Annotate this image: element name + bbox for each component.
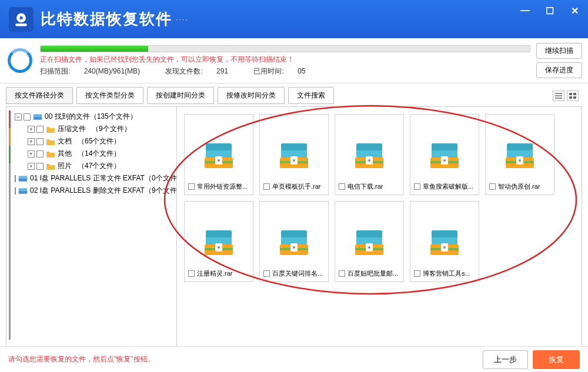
file-checkbox[interactable] <box>414 270 420 277</box>
svg-rect-6 <box>573 96 576 99</box>
app-title: 比特数据恢复软件 <box>41 9 172 29</box>
file-card[interactable]: 智动伪原创.rar <box>485 114 554 195</box>
file-checkbox[interactable] <box>188 183 195 190</box>
tree-checkbox[interactable] <box>15 187 16 195</box>
tree-checkbox[interactable] <box>24 113 31 120</box>
folder-icon <box>46 125 55 134</box>
tree-root[interactable]: − 00 找到的文件（135个文件） <box>15 110 174 123</box>
svg-point-1 <box>19 16 22 19</box>
tree-item-other[interactable]: + 其他 （14个文件） <box>28 148 174 160</box>
tab-search[interactable]: 文件搜索 <box>288 87 334 104</box>
expand-icon[interactable]: + <box>28 126 35 133</box>
svg-point-60 <box>368 246 370 249</box>
scan-message: 正在扫描文件，如果已经找到您丢失的文件，可以立即恢复，不用等待扫描结束！ <box>40 55 530 65</box>
file-checkbox[interactable] <box>489 183 496 190</box>
svg-rect-26 <box>356 143 382 150</box>
tab-by-created[interactable]: 按创建时间分类 <box>147 87 214 104</box>
grid-icon <box>569 93 576 99</box>
archive-icon <box>278 226 310 259</box>
tree-checkbox[interactable] <box>15 175 16 182</box>
file-name: 百度关键词排名... <box>272 269 325 278</box>
file-card[interactable]: 百度贴吧批量邮... <box>335 201 404 282</box>
file-card[interactable]: 章鱼搜索破解版... <box>410 114 479 195</box>
folder-icon <box>46 162 55 171</box>
archive-icon <box>428 226 461 259</box>
spinner-icon <box>8 48 32 73</box>
archive-icon <box>428 139 461 172</box>
recover-button[interactable]: 恢复 <box>533 350 580 369</box>
minimize-button[interactable]: — <box>516 4 534 18</box>
file-checkbox[interactable] <box>339 183 345 190</box>
list-icon <box>555 93 562 99</box>
svg-point-36 <box>443 159 446 162</box>
file-panel: 常用外链资源整... 单页模板扒手.rar 电信下载.rar 章鱼搜索破解版..… <box>177 107 582 350</box>
prev-button[interactable]: 上一步 <box>483 350 528 369</box>
expand-icon[interactable]: + <box>28 163 35 170</box>
file-card[interactable]: 常用外链资源整... <box>184 114 253 195</box>
tree-checkbox[interactable] <box>36 163 44 170</box>
svg-point-18 <box>218 159 220 162</box>
continue-scan-button[interactable]: 继续扫描 <box>536 43 582 59</box>
expand-icon[interactable]: + <box>28 150 35 157</box>
tree-checkbox[interactable] <box>36 126 44 133</box>
archive-icon <box>353 139 386 172</box>
tree-item-document[interactable]: + 文档 （65个文件） <box>28 135 174 148</box>
archive-icon <box>202 139 235 172</box>
file-name: 电信下载.rar <box>348 182 400 191</box>
file-card[interactable]: 单页模板扒手.rar <box>259 114 329 195</box>
footer: 请勾选您需要恢复的文件，然后点"恢复"按钮。 上一步 恢复 <box>0 346 588 372</box>
folder-icon <box>46 149 55 159</box>
titlebar: 比特数据恢复软件 ···· — ☐ ✕ <box>0 0 588 38</box>
expand-icon[interactable]: + <box>28 138 35 145</box>
file-name: 博客营销工具s... <box>423 269 475 278</box>
tab-by-path[interactable]: 按文件路径分类 <box>6 87 73 104</box>
file-card[interactable]: 博客营销工具s... <box>410 201 479 282</box>
archive-icon <box>278 139 310 172</box>
drive-icon <box>18 174 28 183</box>
title-dots: ···· <box>176 15 188 24</box>
tree-panel: − 00 找到的文件（135个文件） + 压缩文件 （9个文件） + <box>6 107 177 350</box>
file-checkbox[interactable] <box>414 183 420 190</box>
tree-item-photo[interactable]: + 照片 （47个文件） <box>28 160 174 172</box>
svg-rect-32 <box>432 143 457 150</box>
file-checkbox[interactable] <box>263 270 270 277</box>
file-checkbox[interactable] <box>339 270 345 277</box>
scan-toolbar: 正在扫描文件，如果已经找到您丢失的文件，可以立即恢复，不用等待扫描结束！ 扫描范… <box>0 38 588 83</box>
file-card[interactable]: 百度关键词排名... <box>259 201 329 282</box>
svg-rect-50 <box>281 230 307 237</box>
svg-rect-5 <box>569 96 572 99</box>
close-button[interactable]: ✕ <box>566 4 583 18</box>
view-grid-button[interactable] <box>567 91 579 101</box>
tab-by-modified[interactable]: 按修改时间分类 <box>218 87 285 104</box>
collapse-icon[interactable]: − <box>15 113 22 120</box>
footer-hint: 请勾选您需要恢复的文件，然后点"恢复"按钮。 <box>8 354 478 364</box>
file-checkbox[interactable] <box>263 183 270 190</box>
save-progress-button[interactable]: 保存进度 <box>536 62 582 78</box>
svg-rect-38 <box>507 143 533 150</box>
svg-rect-20 <box>281 143 307 150</box>
svg-point-66 <box>443 246 446 249</box>
tree-drive-2[interactable]: 02 I盘 PARALLELS 删除文件 EXFAT（9个文件） <box>15 185 174 197</box>
file-name: 常用外链资源整... <box>197 182 249 191</box>
file-card[interactable]: 电信下载.rar <box>335 114 404 195</box>
file-checkbox[interactable] <box>188 270 195 277</box>
svg-point-42 <box>519 159 521 162</box>
tree-drive-1[interactable]: 01 I盘 PARALLELS 正常文件 EXFAT（0个文件） <box>15 172 174 185</box>
archive-icon <box>202 226 235 259</box>
tree-checkbox[interactable] <box>36 138 44 145</box>
file-name: 注册精灵.rar <box>197 269 249 278</box>
folder-icon <box>46 137 55 146</box>
content-area: − 00 找到的文件（135个文件） + 压缩文件 （9个文件） + <box>6 106 582 350</box>
svg-point-48 <box>218 246 220 249</box>
svg-rect-12 <box>19 188 27 191</box>
archive-icon <box>353 226 386 259</box>
svg-rect-10 <box>19 176 27 179</box>
view-list-button[interactable] <box>553 91 564 101</box>
tree-item-archive[interactable]: + 压缩文件 （9个文件） <box>28 123 174 135</box>
scan-spinner <box>6 46 34 75</box>
tab-by-type[interactable]: 按文件类型分类 <box>76 87 143 104</box>
tree-checkbox[interactable] <box>36 150 44 157</box>
svg-rect-62 <box>432 230 457 237</box>
maximize-button[interactable]: ☐ <box>541 4 559 18</box>
file-card[interactable]: 注册精灵.rar <box>184 201 253 282</box>
